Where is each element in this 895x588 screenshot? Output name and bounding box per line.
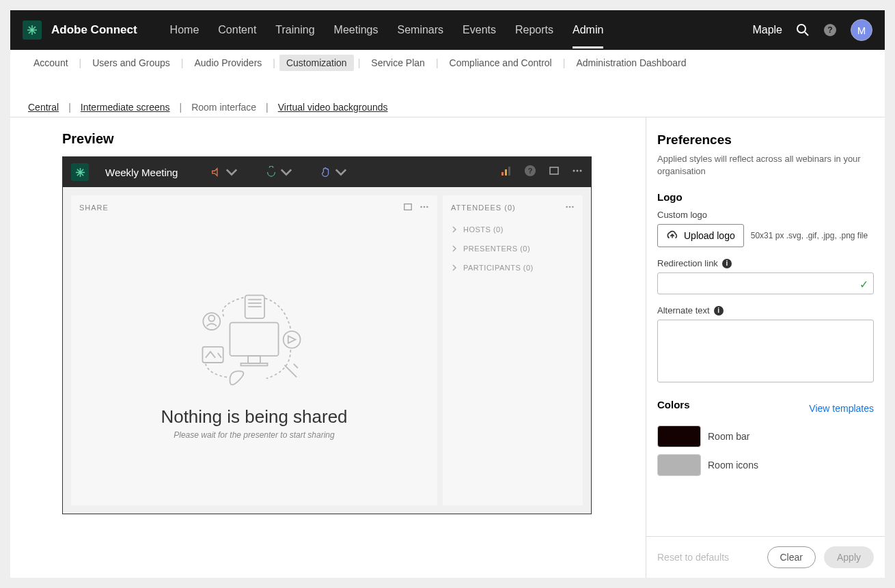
nav-admin[interactable]: Admin [573, 12, 603, 48]
subnav-item[interactable]: Administration Dashboard [569, 55, 693, 71]
svg-point-26 [572, 206, 574, 208]
attendee-group[interactable]: HOSTS (0) [443, 220, 583, 239]
search-icon[interactable] [796, 23, 810, 37]
view-templates-link[interactable]: View templates [809, 403, 874, 414]
nav-seminars[interactable]: Seminars [397, 12, 443, 48]
preview-heading: Preview [62, 131, 646, 147]
subnav-item[interactable]: Account [27, 55, 75, 71]
alt-text-label: Alternate text [657, 305, 710, 316]
nav-events[interactable]: Events [463, 12, 496, 48]
color-row[interactable]: Room bar [657, 425, 874, 447]
svg-rect-16 [230, 322, 278, 356]
tab-item[interactable]: Room interface [190, 102, 258, 113]
alt-text-input[interactable] [657, 320, 874, 382]
svg-point-25 [569, 206, 571, 208]
upload-icon [666, 229, 678, 242]
room-bar: Weekly Meeting ? [63, 157, 591, 187]
help-icon[interactable]: ? [823, 23, 837, 37]
tab-bar: Central|Intermediate screens|Room interf… [10, 76, 885, 113]
speaker-icon[interactable] [202, 166, 246, 178]
attendee-group[interactable]: PRESENTERS (0) [443, 239, 583, 258]
tab-item[interactable]: Virtual video backgrounds [277, 102, 389, 113]
fullscreen-icon[interactable] [549, 165, 560, 179]
more-icon[interactable] [565, 202, 575, 213]
sub-nav: Account|Users and Groups|Audio Providers… [10, 50, 885, 76]
room-title: Weekly Meeting [105, 167, 178, 178]
avatar[interactable]: M [851, 19, 872, 41]
check-icon: ✓ [859, 278, 868, 291]
svg-point-14 [424, 206, 426, 208]
svg-point-13 [420, 206, 422, 208]
svg-point-21 [208, 315, 215, 321]
info-icon[interactable]: i [722, 259, 732, 268]
hand-icon[interactable] [312, 166, 355, 178]
tab-item[interactable]: Intermediate screens [79, 102, 171, 113]
share-illustration [193, 286, 316, 395]
nav-training[interactable]: Training [275, 12, 314, 48]
svg-rect-8 [550, 167, 558, 174]
more-icon[interactable] [572, 165, 583, 179]
preview-box: Weekly Meeting ? SHARE [62, 156, 592, 514]
svg-rect-12 [404, 204, 412, 210]
logo-heading: Logo [657, 191, 874, 203]
svg-text:?: ? [528, 167, 533, 175]
signal-icon [501, 165, 512, 179]
more-icon[interactable] [419, 202, 429, 213]
share-pod-title: SHARE [79, 204, 109, 212]
empty-share-title: Nothing is being shared [161, 406, 347, 428]
help-icon[interactable]: ? [524, 165, 536, 180]
svg-rect-17 [248, 356, 260, 363]
redirect-label: Redirection link [657, 258, 718, 268]
upload-logo-button[interactable]: Upload logo [657, 224, 744, 247]
color-label: Room icons [708, 460, 758, 471]
svg-rect-4 [505, 169, 507, 176]
color-label: Room bar [708, 431, 749, 442]
upload-hint: 50x31 px .svg, .gif, .jpg, .png file [751, 231, 868, 240]
svg-point-15 [426, 206, 428, 208]
clear-button[interactable]: Clear [767, 546, 816, 568]
svg-rect-3 [501, 172, 504, 176]
attendee-group[interactable]: PARTICIPANTS (0) [443, 258, 583, 277]
subnav-item[interactable]: Audio Providers [187, 55, 268, 71]
svg-point-0 [797, 25, 806, 33]
attendees-pod-title: ATTENDEES (0) [451, 204, 516, 212]
brand-name: Adobe Connect [51, 23, 137, 37]
subnav-item[interactable]: Users and Groups [85, 55, 177, 71]
nav-home[interactable]: Home [170, 12, 199, 48]
empty-share-subtitle: Please wait for the presenter to start s… [174, 430, 334, 440]
preferences-desc: Applied styles will reflect across all w… [657, 153, 874, 178]
color-swatch[interactable] [657, 454, 701, 476]
reset-defaults[interactable]: Reset to defaults [657, 552, 759, 563]
nav-content[interactable]: Content [218, 12, 256, 48]
nav-meetings[interactable]: Meetings [334, 12, 378, 48]
top-bar: Adobe Connect HomeContentTrainingMeeting… [10, 10, 885, 50]
info-icon[interactable]: i [714, 306, 724, 316]
svg-point-10 [577, 170, 579, 172]
subnav-item[interactable]: Service Plan [364, 55, 432, 71]
share-pod: SHARE [71, 195, 437, 505]
tab-item[interactable]: Central [27, 102, 60, 113]
custom-logo-label: Custom logo [657, 210, 874, 220]
svg-point-11 [580, 170, 582, 172]
svg-rect-18 [240, 363, 267, 365]
preferences-title: Preferences [657, 132, 874, 148]
attendees-pod: ATTENDEES (0) HOSTS (0)PRESENTERS (0)PAR… [443, 195, 583, 505]
color-row[interactable]: Room icons [657, 454, 874, 476]
user-name[interactable]: Maple [752, 24, 782, 36]
svg-rect-5 [508, 167, 510, 176]
redirect-input[interactable] [657, 272, 874, 294]
maximize-icon[interactable] [403, 202, 413, 213]
room-logo [71, 163, 89, 181]
subnav-item[interactable]: Customization [279, 55, 354, 71]
preferences-panel: Preferences Applied styles will reflect … [646, 117, 885, 578]
mic-icon[interactable] [257, 166, 301, 178]
color-swatch[interactable] [657, 425, 701, 447]
svg-text:?: ? [827, 25, 832, 35]
apply-button[interactable]: Apply [824, 546, 874, 568]
subnav-item[interactable]: Compliance and Control [443, 55, 559, 71]
colors-heading: Colors [657, 399, 690, 410]
nav-reports[interactable]: Reports [515, 12, 553, 48]
svg-point-22 [284, 331, 301, 348]
svg-point-9 [573, 170, 575, 172]
svg-point-24 [566, 206, 568, 208]
